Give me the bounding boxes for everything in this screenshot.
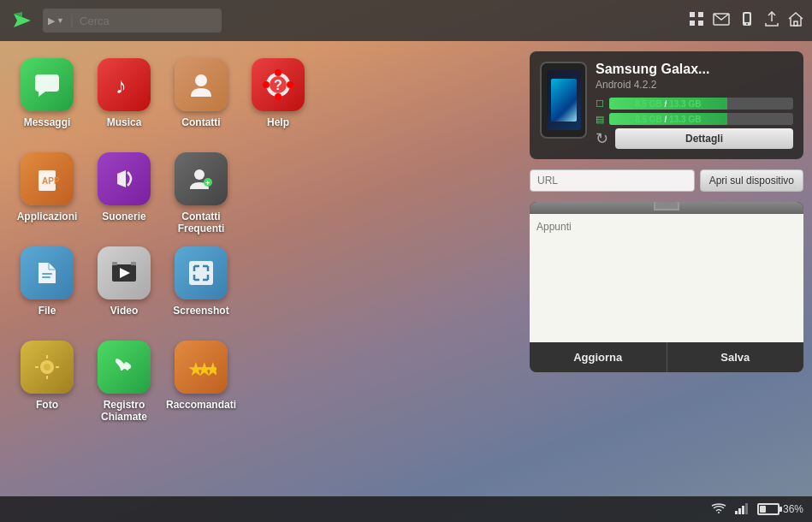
svg-point-21 <box>263 81 270 88</box>
device-info: Samsung Galax... Android 4.2.2 ☐ 8.5 GB … <box>596 62 793 149</box>
storage-icon-2: ▤ <box>596 114 604 125</box>
app-icon-video <box>98 246 151 300</box>
app-empty1 <box>240 145 317 240</box>
storage-bar-fill-2: 8.5 GB / 13.3 GB <box>609 113 727 125</box>
app-empty2 <box>240 240 317 334</box>
app-label-messaggi: Messaggi <box>24 116 71 128</box>
app-label-help: Help <box>267 116 289 128</box>
refresh-icon[interactable]: ↻ <box>596 129 608 148</box>
right-panel: Samsung Galax... Android 4.2.2 ☐ 8.5 GB … <box>530 51 803 372</box>
svg-rect-34 <box>189 261 213 285</box>
storage-row-2: ▤ 8.5 GB / 13.3 GB <box>596 113 793 125</box>
svg-rect-8 <box>744 14 750 22</box>
battery-box <box>757 503 779 515</box>
device-image <box>540 62 587 139</box>
apri-button[interactable]: Apri sul dispositivo <box>700 169 803 192</box>
storage-icon-1: ☐ <box>596 98 604 110</box>
app-label-registro: Registro Chiamate <box>86 399 163 424</box>
app-icon-help: ? <box>252 58 305 111</box>
notes-card: Aggiorna Salva <box>530 202 803 372</box>
toolbar-icons <box>689 11 803 31</box>
app-icon-screenshot <box>175 246 228 300</box>
svg-point-14 <box>195 74 207 86</box>
svg-text:?: ? <box>274 78 282 92</box>
app-raccomandati[interactable]: ★ ★ ★ Raccomandati <box>163 334 240 428</box>
app-label-contatti-freq: Contatti Frequenti <box>163 211 240 235</box>
app-icon-contatti <box>175 58 228 111</box>
app-help[interactable]: ? Help <box>240 51 317 145</box>
app-icon-musica: ♪ <box>98 58 151 111</box>
app-file[interactable]: File <box>9 240 86 334</box>
svg-rect-33 <box>131 262 136 265</box>
app-label-screenshot: Screenshot <box>173 305 228 317</box>
app-icon-messaggi <box>21 58 74 111</box>
svg-text:+: + <box>205 179 210 187</box>
svg-point-20 <box>275 93 282 100</box>
device-card: Samsung Galax... Android 4.2.2 ☐ 8.5 GB … <box>530 51 803 159</box>
svg-rect-11 <box>35 74 59 92</box>
app-icon-contatti-freq: + <box>175 152 228 205</box>
battery-indicator: 36% <box>757 503 803 515</box>
app-icon-applicazioni: APP <box>21 152 74 205</box>
phone-icon[interactable] <box>738 11 756 31</box>
storage-text-2: 8.5 GB / 13.3 GB <box>631 115 704 124</box>
url-bar: Apri sul dispositivo <box>530 169 803 192</box>
app-icon-raccomandati: ★ ★ ★ <box>175 341 228 394</box>
aggiorna-button[interactable]: Aggiorna <box>530 342 667 372</box>
wifi-icon <box>711 502 726 517</box>
app-applicazioni[interactable]: APP Applicazioni <box>9 145 86 240</box>
device-name: Samsung Galax... <box>596 62 793 77</box>
app-label-foto: Foto <box>36 399 58 411</box>
battery-fill <box>760 506 766 513</box>
app-video[interactable]: Video <box>86 240 163 334</box>
app-foto[interactable]: Foto <box>9 334 86 428</box>
grid-icon[interactable] <box>689 11 704 31</box>
search-input[interactable] <box>80 15 216 27</box>
app-messaggi[interactable]: Messaggi <box>9 51 86 145</box>
svg-rect-4 <box>690 21 695 26</box>
app-icon-foto <box>21 341 74 394</box>
signal-icon <box>735 502 749 517</box>
app-label-suonerie: Suonerie <box>102 211 145 222</box>
notes-area <box>530 214 803 342</box>
svg-rect-29 <box>42 276 50 278</box>
app-label-file: File <box>39 305 56 317</box>
notes-buttons: Aggiorna Salva <box>530 342 803 372</box>
app-screenshot[interactable]: Screenshot <box>163 240 240 334</box>
svg-point-25 <box>194 169 204 180</box>
svg-point-36 <box>44 364 50 371</box>
device-os: Android 4.2.2 <box>596 79 793 91</box>
svg-rect-28 <box>42 273 52 275</box>
device-actions: ↻ Dettagli <box>596 128 793 149</box>
device-header: Samsung Galax... Android 4.2.2 ☐ 8.5 GB … <box>540 62 793 149</box>
app-contatti[interactable]: Contatti <box>163 51 240 145</box>
app-registro[interactable]: Registro Chiamate <box>86 334 163 428</box>
url-input[interactable] <box>530 169 695 192</box>
battery-text: 36% <box>783 503 803 515</box>
svg-rect-2 <box>690 12 695 17</box>
svg-marker-24 <box>117 170 126 187</box>
statusbar: 36% <box>0 496 812 522</box>
notes-textarea[interactable] <box>536 221 797 332</box>
app-suonerie[interactable]: Suonerie <box>86 145 163 240</box>
storage-text-1: 8.5 GB / 13.3 GB <box>631 99 704 109</box>
mail-icon[interactable] <box>713 12 730 30</box>
salva-button[interactable]: Salva <box>667 342 804 372</box>
play-button[interactable]: ▶ ▼ <box>48 15 64 27</box>
svg-rect-46 <box>742 506 744 514</box>
app-label-contatti: Contatti <box>181 116 220 128</box>
svg-rect-5 <box>698 21 703 26</box>
app-musica[interactable]: ♪ Musica <box>86 51 163 145</box>
search-area[interactable]: ▶ ▼ | <box>43 9 222 33</box>
dettagli-button[interactable]: Dettagli <box>615 128 793 149</box>
svg-rect-3 <box>698 12 703 17</box>
svg-marker-12 <box>39 92 45 97</box>
app-contatti-freq[interactable]: + Contatti Frequenti <box>163 145 240 240</box>
app-icon-file <box>21 246 74 300</box>
svg-point-19 <box>287 81 293 88</box>
clipboard-top <box>530 202 803 214</box>
svg-rect-32 <box>112 262 117 265</box>
app-label-musica: Musica <box>107 116 142 128</box>
upload-icon[interactable] <box>764 11 779 31</box>
home-icon[interactable] <box>788 11 803 31</box>
